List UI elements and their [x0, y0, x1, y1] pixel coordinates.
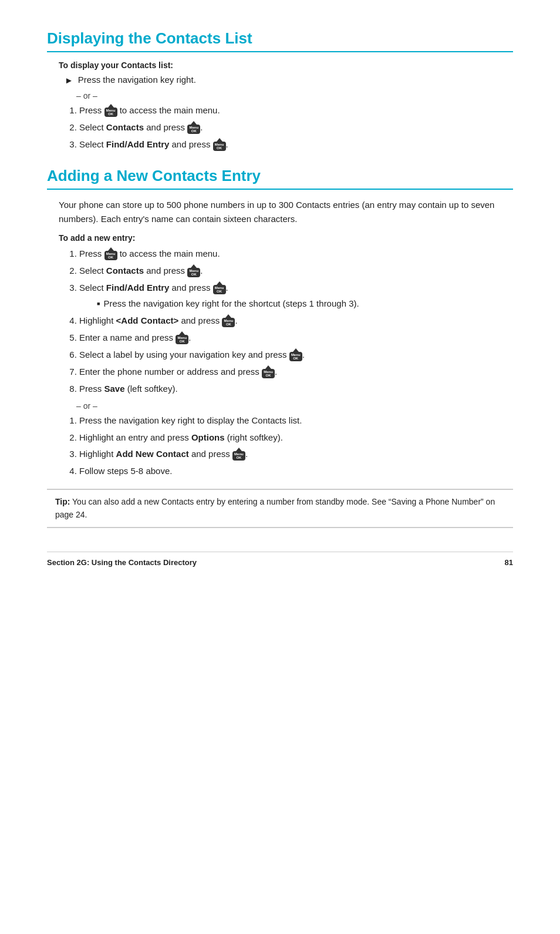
section2-step3: Select Find/Add Entry and press MenuOK. …: [79, 281, 513, 311]
menu-icon-s2-2: MenuOK: [187, 264, 200, 277]
menu-icon-s2-4: MenuOK: [222, 314, 235, 327]
section2-step2: Select Contacts and press MenuOK.: [79, 264, 513, 278]
footer-right: 81: [505, 558, 513, 567]
or-separator-1: – or –: [76, 91, 513, 100]
section2b-step4: Follow steps 5-8 above.: [79, 465, 513, 478]
section2-description: Your phone can store up to 500 phone num…: [59, 198, 513, 226]
footer-left: Section 2G: Using the Contacts Directory: [47, 558, 197, 567]
section1-step1: Press MenuOK to access the main menu.: [79, 104, 513, 117]
tip-box: Tip: You can also add a new Contacts ent…: [47, 489, 513, 528]
nav-key-text: Press the navigation key right.: [78, 75, 196, 85]
section2-step4: Highlight <Add Contact> and press MenuOK…: [79, 314, 513, 328]
section2-title: Adding a New Contacts Entry: [47, 167, 513, 190]
section2-step5: Enter a name and press MenuOK.: [79, 331, 513, 345]
menu-icon-s1-2: MenuOK: [187, 121, 200, 134]
section2-step8: Press Save (left softkey).: [79, 382, 513, 396]
section2b-step1: Press the navigation key right to displa…: [79, 414, 513, 428]
menu-icon-s1-1: MenuOK: [104, 104, 117, 117]
menu-icon-s2-7: MenuOK: [262, 365, 275, 378]
square-icon: ■: [97, 300, 100, 308]
section2b-step3: Highlight Add New Contact and press Menu…: [79, 448, 513, 461]
menu-icon-s2b-3: MenuOK: [232, 448, 245, 461]
section2-sublabel: To add a new entry:: [59, 233, 513, 243]
menu-icon-s2-6: MenuOK: [289, 348, 302, 361]
section2-steps-b: Press the navigation key right to displa…: [79, 414, 513, 478]
menu-icon-s2-3: MenuOK: [213, 281, 226, 294]
section2-step1: Press MenuOK to access the main menu.: [79, 247, 513, 261]
nav-key-bullet: ► Press the navigation key right.: [65, 75, 513, 85]
tip-bold: Tip:: [55, 497, 70, 506]
section2-steps-a: Press MenuOK to access the main menu. Se…: [79, 247, 513, 395]
section1-steps: Press MenuOK to access the main menu. Se…: [79, 104, 513, 152]
section2-step3-subbullet: ■ Press the navigation key right for the…: [97, 297, 513, 311]
section1-sublabel: To display your Contacts list:: [59, 61, 513, 70]
section2-step6: Select a label by using your navigation …: [79, 348, 513, 362]
section1-step2: Select Contacts and press MenuOK.: [79, 121, 513, 135]
tip-text: You can also add a new Contacts entry by…: [55, 497, 495, 519]
section2b-step2: Highlight an entry and press Options (ri…: [79, 431, 513, 445]
footer: Section 2G: Using the Contacts Directory…: [47, 552, 513, 567]
menu-icon-s2-1: MenuOK: [104, 247, 117, 260]
section1-title: Displaying the Contacts List: [47, 29, 513, 52]
menu-icon-s1-3: MenuOK: [213, 138, 226, 151]
subbullet-text: Press the navigation key right for the s…: [103, 297, 359, 311]
menu-icon-s2-5: MenuOK: [176, 331, 188, 344]
arrow-icon: ►: [65, 75, 73, 85]
section2-step7: Enter the phone number or address and pr…: [79, 365, 513, 379]
section1-step3: Select Find/Add Entry and press MenuOK.: [79, 138, 513, 152]
or-separator-2: – or –: [76, 401, 513, 411]
